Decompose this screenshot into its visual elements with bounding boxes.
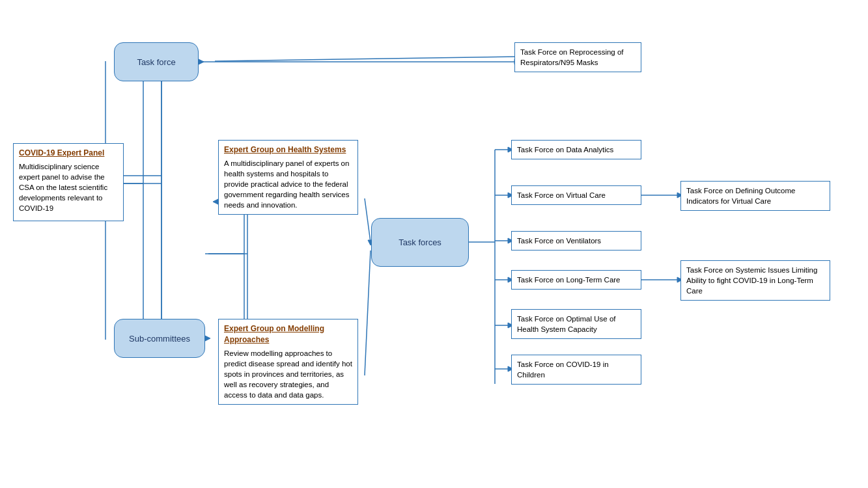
- svg-line-22: [215, 57, 520, 61]
- virtual-care-box: Task Force on Virtual Care: [511, 185, 641, 205]
- long-term-care-box: Task Force on Long-Term Care: [511, 270, 641, 290]
- task-force-label: Task force: [137, 57, 175, 67]
- expert-health-box: Expert Group on Health Systems A multidi…: [218, 140, 358, 215]
- covid-children-label: Task Force on COVID-19 in Children: [517, 360, 609, 379]
- expert-panel-title: COVID-19 Expert Panel: [19, 148, 118, 159]
- virtual-care-label: Task Force on Virtual Care: [517, 191, 606, 199]
- reprocessing-box: Task Force on Reprocessing of Respirator…: [514, 42, 641, 72]
- svg-marker-11: [213, 199, 218, 204]
- optimal-use-box: Task Force on Optimal Use of Health Syst…: [511, 309, 641, 339]
- data-analytics-box: Task Force on Data Analytics: [511, 140, 641, 159]
- expert-modelling-description: Review modelling approaches to predict d…: [224, 348, 352, 400]
- expert-health-title: Expert Group on Health Systems: [224, 144, 352, 156]
- systemic-issues-label: Task Force on Systemic Issues Limiting A…: [686, 266, 817, 295]
- data-analytics-label: Task Force on Data Analytics: [517, 146, 613, 154]
- expert-panel-description: Multidisciplinary science expert panel t…: [19, 161, 118, 213]
- svg-marker-3: [199, 59, 204, 64]
- expert-modelling-box: Expert Group on Modelling Approaches Rev…: [218, 319, 358, 405]
- diagram: COVID-19 Expert Panel Multidisciplinary …: [0, 0, 868, 488]
- ventilators-box: Task Force on Ventilators: [511, 231, 641, 251]
- svg-marker-5: [205, 336, 210, 341]
- ventilators-label: Task Force on Ventilators: [517, 237, 601, 245]
- optimal-use-label: Task Force on Optimal Use of Health Syst…: [517, 315, 615, 333]
- subcommittees-rounded: Sub-committees: [114, 319, 205, 358]
- defining-outcome-box: Task Force on Defining Outcome Indicator…: [680, 181, 830, 211]
- task-forces-rounded: Task forces: [371, 218, 469, 267]
- svg-line-24: [365, 198, 371, 242]
- long-term-care-label: Task Force on Long-Term Care: [517, 276, 621, 284]
- covid-children-box: Task Force on COVID-19 in Children: [511, 355, 641, 385]
- task-forces-label: Task forces: [399, 237, 441, 247]
- expert-health-description: A multidisciplinary panel of experts on …: [224, 158, 352, 210]
- expert-modelling-title: Expert Group on Modelling Approaches: [224, 323, 352, 346]
- defining-outcome-label: Task Force on Defining Outcome Indicator…: [686, 187, 795, 205]
- svg-line-32: [365, 251, 371, 375]
- task-force-rounded: Task force: [114, 42, 199, 81]
- systemic-issues-box: Task Force on Systemic Issues Limiting A…: [680, 260, 830, 301]
- reprocessing-label: Task Force on Reprocessing of Respirator…: [520, 48, 624, 66]
- subcommittees-label: Sub-committees: [129, 334, 190, 344]
- expert-panel-box: COVID-19 Expert Panel Multidisciplinary …: [13, 143, 124, 221]
